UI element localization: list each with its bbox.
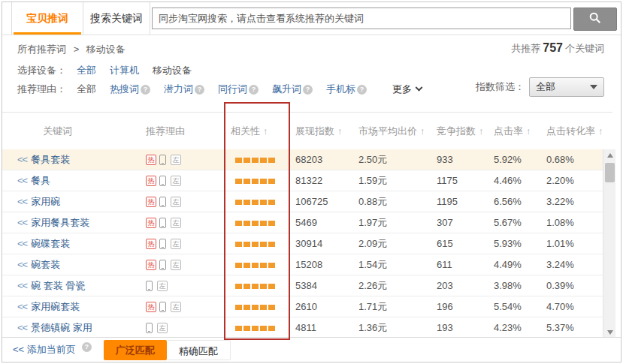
sort-asc-icon[interactable]: ↑ bbox=[337, 125, 343, 137]
relevance-bar-icon bbox=[252, 326, 259, 331]
keyword-cell[interactable]: <<家用碗 bbox=[17, 195, 141, 209]
breadcrumb-separator: > bbox=[74, 44, 80, 55]
keyword-cell[interactable]: <<景德镇碗 家用 bbox=[17, 321, 141, 335]
relevance-bar-icon bbox=[243, 179, 250, 184]
add-keyword-arrows: << bbox=[17, 238, 27, 249]
exact-match-button[interactable]: 精确匹配 bbox=[167, 340, 231, 360]
relevance-bar-icon bbox=[235, 158, 242, 163]
keyword-cell[interactable]: <<餐具套装 bbox=[17, 153, 141, 167]
column-header-label-1: 推荐理由 bbox=[146, 125, 185, 137]
table-body: <<餐具套装热左682032.50元9335.92%0.68%<<餐具热左813… bbox=[2, 149, 603, 338]
avg-price-cell: 1.71元 bbox=[354, 300, 432, 314]
keyword-text: 景德镇碗 家用 bbox=[31, 322, 92, 333]
broad-match-button[interactable]: 广泛匹配 bbox=[104, 340, 167, 360]
column-header-6[interactable]: 点击率↑ bbox=[489, 125, 542, 138]
add-keyword-arrows: << bbox=[17, 322, 27, 333]
device-option-1[interactable]: 计算机 bbox=[110, 64, 139, 77]
index-filter-dropdown[interactable]: 全部 bbox=[529, 77, 604, 97]
sort-asc-icon[interactable]: ↑ bbox=[526, 125, 531, 137]
sort-asc-icon[interactable]: ↑ bbox=[479, 125, 484, 137]
reason-option-label-5: 手机标 bbox=[326, 83, 355, 96]
more-filters-link[interactable]: 更多 bbox=[392, 83, 422, 96]
column-header-2[interactable]: 相关性↑ bbox=[226, 125, 291, 138]
sort-asc-icon[interactable]: ↑ bbox=[598, 125, 603, 137]
relevance-bar-icon bbox=[260, 263, 267, 268]
relevance-bar-icon bbox=[235, 305, 242, 310]
keyword-cell[interactable]: <<家用餐具套装 bbox=[17, 216, 141, 230]
scrollbar-up-arrow[interactable] bbox=[603, 149, 616, 161]
add-keyword-arrows: << bbox=[17, 154, 27, 165]
impressions-cell: 5469 bbox=[291, 217, 354, 228]
keyword-text: 家用餐具套装 bbox=[31, 217, 89, 228]
relevance-bar-icon bbox=[260, 242, 267, 247]
competition-cell: 1175 bbox=[432, 175, 489, 186]
relevance-bar-icon bbox=[252, 242, 259, 247]
column-header-label-2: 相关性 bbox=[231, 125, 260, 137]
competition-cell: 1195 bbox=[432, 196, 489, 207]
ctr-cell: 4.46% bbox=[489, 175, 542, 186]
left-badge: 左 bbox=[157, 323, 168, 333]
keyword-cell[interactable]: <<家用碗套装 bbox=[17, 300, 141, 314]
sort-asc-icon[interactable]: ↑ bbox=[263, 125, 268, 137]
table-row: <<碗 套装 骨瓷左53842.26元2033.98%0.39% bbox=[2, 275, 603, 296]
reason-filter-label: 推荐理由： bbox=[17, 83, 66, 96]
keyword-cell[interactable]: <<碗套装 bbox=[17, 258, 141, 272]
ctr-cell: 4.23% bbox=[489, 322, 542, 333]
help-icon[interactable]: ? bbox=[357, 85, 367, 95]
sort-asc-icon[interactable]: ↑ bbox=[420, 125, 425, 137]
relevance-bar-icon bbox=[268, 200, 275, 205]
help-icon[interactable]: ? bbox=[82, 342, 92, 352]
add-current-page-link[interactable]: << 添加当前页 bbox=[13, 343, 76, 356]
search-input[interactable] bbox=[152, 8, 571, 29]
hot-badge: 热 bbox=[146, 218, 156, 228]
relevance-bar-icon bbox=[235, 179, 242, 184]
table-scrollbar[interactable] bbox=[603, 149, 615, 338]
reason-option-4[interactable]: 飙升词? bbox=[272, 83, 313, 96]
add-keyword-arrows: << bbox=[17, 280, 27, 291]
column-header-4[interactable]: 市场平均出价↑ bbox=[354, 125, 432, 138]
search-button[interactable] bbox=[573, 8, 617, 31]
left-badge: 左 bbox=[171, 260, 181, 270]
cvr-cell: 3.22% bbox=[542, 196, 603, 207]
column-header-7[interactable]: 点击转化率↑ bbox=[542, 125, 612, 138]
tab-product-keywords[interactable]: 宝贝推词 bbox=[11, 2, 83, 35]
keyword-cell[interactable]: <<餐具 bbox=[17, 174, 141, 188]
keyword-text: 碗碟套装 bbox=[31, 238, 70, 249]
relevance-bar-icon bbox=[252, 179, 259, 184]
column-header-label-0: 关键词 bbox=[43, 125, 72, 137]
help-icon[interactable]: ? bbox=[195, 85, 204, 95]
reason-badges-cell: 左 bbox=[141, 280, 226, 292]
impressions-cell: 4811 bbox=[291, 322, 354, 333]
table-row: <<餐具套装热左682032.50元9335.92%0.68% bbox=[2, 149, 603, 170]
help-icon[interactable]: ? bbox=[141, 85, 150, 95]
relevance-bar-icon bbox=[260, 326, 267, 331]
chevron-down-icon bbox=[416, 83, 423, 91]
reason-option-2[interactable]: 潜力词? bbox=[164, 83, 204, 96]
relevance-cell bbox=[226, 196, 291, 207]
keyword-cell[interactable]: <<碗 套装 骨瓷 bbox=[17, 279, 141, 293]
hot-badge: 热 bbox=[146, 197, 156, 207]
mobile-icon bbox=[159, 155, 166, 165]
table-row: <<餐具热左813221.59元11754.46%2.20% bbox=[2, 170, 603, 191]
keyword-recommend-panel: 宝贝推词 搜索关键词 所有推荐词 > 移动设备 共推荐757个关键词 选择设备：… bbox=[2, 2, 621, 362]
tab-search-keywords[interactable]: 搜索关键词 bbox=[83, 2, 150, 35]
table-row: <<碗碟套装热左309142.09元6155.93%1.01% bbox=[2, 233, 603, 254]
keyword-cell[interactable]: <<碗碟套装 bbox=[17, 237, 141, 251]
impressions-cell: 106725 bbox=[291, 196, 354, 207]
reason-option-5[interactable]: 手机标? bbox=[326, 83, 367, 96]
help-icon[interactable]: ? bbox=[249, 85, 259, 95]
reason-option-1[interactable]: 热搜词? bbox=[110, 83, 150, 96]
cvr-cell: 1.01% bbox=[542, 238, 603, 249]
column-header-5[interactable]: 竞争指数↑ bbox=[432, 125, 489, 138]
breadcrumb-parent[interactable]: 所有推荐词 bbox=[17, 44, 66, 55]
scrollbar-thumb[interactable] bbox=[605, 163, 615, 182]
table-row: <<家用餐具套装热左54691.97元3075.67%1.08% bbox=[2, 212, 603, 233]
help-icon[interactable]: ? bbox=[303, 85, 313, 95]
reason-option-3[interactable]: 同行词? bbox=[218, 83, 259, 96]
keyword-text: 餐具套装 bbox=[31, 154, 70, 165]
column-header-label-5: 竞争指数 bbox=[437, 125, 476, 137]
column-header-3[interactable]: 展现指数↑ bbox=[291, 125, 354, 138]
device-option-0[interactable]: 全部 bbox=[77, 64, 96, 77]
avg-price-cell: 2.26元 bbox=[354, 279, 432, 293]
impressions-cell: 68203 bbox=[291, 154, 354, 165]
